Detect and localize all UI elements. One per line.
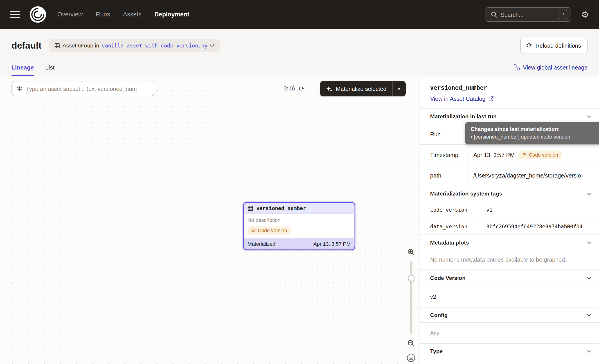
zoom-out-icon[interactable] — [407, 339, 415, 347]
materialized-status-time: Apr 13, 3:57 PM — [313, 241, 351, 247]
section-heading: Materialization system tags — [430, 190, 502, 196]
metadata-plots-empty-message: No numeric metadata entries available to… — [419, 250, 599, 269]
code-version-badge: ⟳ Code version — [519, 151, 562, 159]
nav-item-overview[interactable]: Overview — [57, 11, 83, 18]
metadata-label: Run — [419, 124, 468, 144]
section-heading: Materialization in last run — [430, 113, 497, 119]
asset-group-grid-icon — [54, 43, 60, 48]
asset-node-name: versioned_number — [256, 205, 306, 211]
section-materialization-system-tags[interactable]: Materialization system tags — [419, 186, 599, 201]
materialize-selected-button[interactable]: Materialize selected ▾ — [320, 81, 406, 96]
chevron-down-icon[interactable] — [586, 275, 592, 281]
hamburger-menu-icon[interactable] — [10, 11, 20, 18]
code-version-badge-label: Code version — [258, 228, 287, 233]
nav-item-deployment[interactable]: Deployment — [154, 11, 189, 18]
materialize-dropdown-caret[interactable]: ▾ — [392, 81, 405, 96]
section-heading: Type — [430, 348, 443, 354]
panel-header: versioned_number View in Asset Catalog — [419, 77, 599, 109]
op-selector-icon — [17, 86, 23, 92]
materialize-main-segment[interactable]: Materialize selected — [320, 81, 393, 96]
chevron-down-icon[interactable] — [586, 190, 592, 196]
system-tag-value: 3bfc269594ef649228e9a74bab00f04 — [486, 223, 582, 229]
search-shortcut-key: / — [559, 10, 567, 19]
section-heading: Code Version — [430, 275, 466, 281]
code-version-value: v2 — [419, 286, 599, 307]
nav-item-assets[interactable]: Assets — [123, 11, 141, 18]
search-input[interactable] — [501, 11, 556, 18]
main-content: 0:16 ⟳ Materialize selected ▾ — [0, 77, 599, 364]
asset-grid-icon — [247, 205, 253, 211]
asset-node-description: No description — [247, 217, 351, 223]
sparkle-icon — [326, 85, 332, 92]
reload-location-icon[interactable]: ⟳ — [210, 43, 215, 48]
code-location-link[interactable]: vanilla_asset_with_code_version.py — [102, 42, 207, 48]
gear-icon[interactable]: ⚙ — [581, 10, 589, 19]
nav-right-group: / ⚙ — [485, 7, 589, 22]
metadata-label: Timestamp — [419, 145, 468, 165]
asset-node-body: No description ⟳ Code version — [244, 214, 354, 238]
asset-subset-input[interactable] — [26, 85, 149, 92]
view-global-asset-lineage-label: View global asset lineage — [523, 64, 588, 71]
system-tag-value: v1 — [486, 207, 493, 213]
chevron-down-icon[interactable] — [586, 113, 592, 119]
materialized-status-label: Materialized — [247, 241, 275, 247]
app-window: Overview Runs Assets Deployment / ⚙ defa… — [0, 0, 599, 364]
tab-lineage[interactable]: Lineage — [11, 64, 34, 76]
changed-icon: ⟳ — [522, 152, 527, 157]
metadata-row-path: path /Users/sryza/dagster_home/storage/v… — [419, 165, 599, 186]
zoom-slider-track[interactable] — [410, 261, 412, 334]
view-in-asset-catalog-link[interactable]: View in Asset Catalog — [430, 95, 494, 102]
nav-item-runs[interactable]: Runs — [96, 11, 110, 18]
primary-nav: Overview Runs Assets Deployment — [57, 11, 189, 18]
system-tag-row-code-version: code_version v1 — [419, 201, 599, 218]
code-version-badge-label: Code version — [529, 152, 558, 158]
chevron-down-icon[interactable] — [586, 239, 592, 245]
changed-icon: ⟳ — [251, 228, 256, 233]
chevron-down-icon[interactable] — [586, 348, 592, 354]
lineage-graph-icon — [513, 64, 520, 71]
external-link-icon — [488, 96, 494, 102]
zoom-controls — [406, 248, 416, 363]
page-title: default — [11, 40, 42, 51]
refresh-timer: 0:16 ⟳ — [283, 81, 304, 96]
view-global-asset-lineage-link[interactable]: View global asset lineage — [513, 64, 588, 71]
download-graph-icon[interactable] — [406, 353, 416, 363]
asset-details-panel: versioned_number View in Asset Catalog M… — [419, 77, 599, 364]
section-config[interactable]: Config — [419, 307, 599, 322]
section-code-version[interactable]: Code Version — [419, 270, 599, 286]
refresh-icon: ⟳ — [527, 42, 532, 49]
view-in-asset-catalog-label: View in Asset Catalog — [430, 95, 485, 102]
asset-node-versioned-number[interactable]: versioned_number No description ⟳ Code v… — [243, 202, 355, 250]
asset-subset-filter[interactable] — [11, 81, 154, 96]
top-nav: Overview Runs Assets Deployment / ⚙ — [0, 0, 599, 29]
chevron-down-icon[interactable] — [586, 312, 592, 318]
metadata-row-timestamp: Timestamp Apr 13, 3:57 PM ⟳ Code version — [419, 144, 599, 165]
materialize-label: Materialize selected — [336, 85, 386, 92]
system-tag-label: data_version — [419, 218, 481, 234]
timestamp-value: Apr 13, 3:57 PM — [473, 152, 515, 158]
asset-node-header: versioned_number — [244, 203, 354, 214]
global-search[interactable]: / — [485, 7, 571, 22]
path-link[interactable]: /Users/sryza/dagster_home/storage/versio — [473, 172, 581, 179]
asset-node-footer: Materialized Apr 13, 3:57 PM — [244, 238, 354, 249]
reload-definitions-button[interactable]: ⟳ Reload definitions — [520, 38, 588, 53]
dagster-logo-icon[interactable] — [29, 6, 47, 23]
tab-list[interactable]: List — [45, 64, 54, 76]
refresh-icon[interactable]: ⟳ — [299, 85, 304, 92]
timer-value: 0:16 — [283, 85, 295, 92]
lineage-canvas[interactable]: 0:16 ⟳ Materialize selected ▾ — [0, 77, 419, 364]
section-metadata-plots[interactable]: Metadata plots — [419, 234, 599, 250]
asset-name-title: versioned_number — [430, 84, 588, 91]
zoom-slider — [408, 261, 414, 334]
tooltip-item: • [versioned_number] updated code versio… — [471, 134, 599, 140]
system-tag-label: code_version — [419, 201, 481, 218]
system-tag-row-data-version: data_version 3bfc269594ef649228e9a74bab0… — [419, 218, 599, 235]
section-type[interactable]: Type — [419, 343, 599, 359]
zoom-in-icon[interactable] — [407, 248, 415, 256]
section-materialization-last-run[interactable]: Materialization in last run — [419, 108, 599, 124]
section-heading: Metadata plots — [430, 239, 469, 245]
asset-group-chip: Asset Group in vanilla_asset_with_code_v… — [49, 39, 220, 52]
zoom-slider-handle[interactable] — [408, 275, 414, 281]
tabs-row: Lineage List View global asset lineage — [0, 56, 599, 76]
section-heading: Config — [430, 312, 448, 318]
